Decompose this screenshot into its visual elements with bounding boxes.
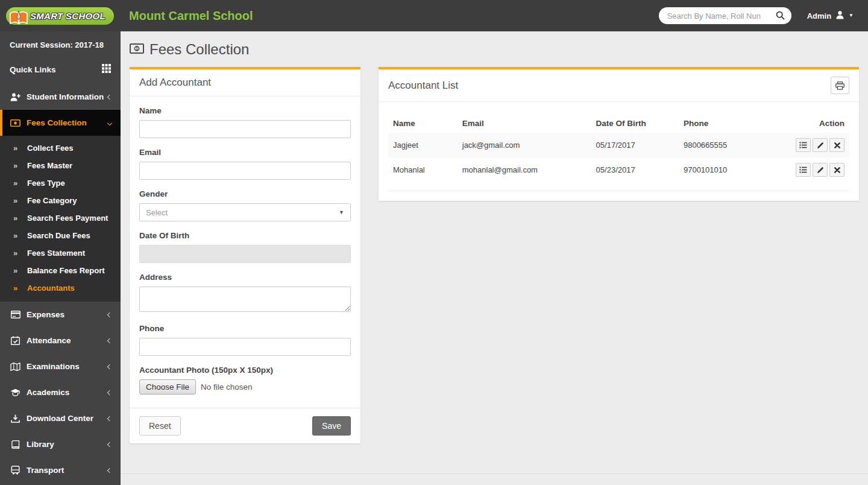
submenu-item-search-fees-payment[interactable]: » Search Fees Payment (0, 209, 121, 227)
credit-card-icon (10, 311, 20, 319)
save-button[interactable]: Save (312, 416, 351, 436)
double-angle-right-icon: » (13, 231, 27, 240)
footer-divider (121, 474, 868, 474)
sidebar-item-fees-collection[interactable]: Fees Collection (0, 110, 121, 136)
app-logo[interactable]: SMART SCHOOL (0, 7, 121, 25)
sidebar-item-attendance[interactable]: Attendance (0, 328, 121, 353)
row-edit-button[interactable] (813, 138, 828, 152)
admin-label: Admin (807, 11, 831, 21)
search-input[interactable] (659, 7, 791, 24)
cell-phone: 9800665555 (679, 133, 780, 157)
submenu-item-fees-type[interactable]: » Fees Type (0, 174, 121, 192)
add-accountant-card: Add Accountant Name Email Gender Select … (130, 67, 360, 443)
row-detail-button[interactable] (796, 163, 811, 177)
admin-menu[interactable]: Admin ▼ (807, 10, 854, 21)
sidebar-item-label: Academics (27, 388, 108, 397)
cell-name: Jagjeet (388, 133, 458, 157)
name-label: Name (139, 106, 351, 115)
accountant-list-card: Accountant List Name Email Date (379, 67, 859, 201)
phone-label: Phone (139, 324, 351, 333)
form-card-title: Add Accountant (139, 77, 211, 89)
sidebar-item-label: Download Center (27, 414, 108, 423)
top-header: SMART SCHOOL Mount Carmel School Admin ▼ (0, 0, 868, 31)
table-row: Mohanlal mohanlal@gmail.com 05/23/2017 9… (388, 157, 849, 182)
sidebar-item-label: Fees Collection (27, 118, 108, 127)
column-header-dob: Date Of Birth (591, 114, 679, 133)
header-search (659, 7, 791, 24)
row-edit-button[interactable] (813, 163, 828, 177)
search-icon[interactable] (776, 11, 785, 22)
cell-email: jack@gmail.com (458, 133, 591, 157)
column-header-email: Email (458, 114, 591, 133)
logo-text: SMART SCHOOL (30, 11, 105, 21)
address-field[interactable] (139, 287, 351, 312)
gender-select[interactable]: Select ▼ (139, 203, 351, 221)
double-angle-right-icon: » (13, 214, 27, 223)
name-field[interactable] (139, 120, 351, 138)
double-angle-right-icon: » (13, 179, 27, 188)
cell-name: Mohanlal (388, 157, 458, 182)
table-header-row: Name Email Date Of Birth Phone Action (388, 114, 849, 133)
double-angle-right-icon: » (13, 266, 27, 275)
submenu-item-balance-fees-report[interactable]: » Balance Fees Report (0, 262, 121, 279)
row-delete-button[interactable] (829, 138, 844, 152)
address-label: Address (139, 273, 351, 282)
table-bottom-divider (388, 191, 849, 191)
quick-links[interactable]: Quick Links (0, 57, 121, 84)
submenu-item-accountants[interactable]: » Accountants (0, 279, 121, 297)
sidebar-item-student-information[interactable]: Student Information (0, 84, 121, 110)
chevron-left-icon (107, 338, 112, 343)
chevron-left-icon (107, 364, 112, 369)
money-icon (10, 119, 20, 127)
choose-file-button[interactable]: Choose File (139, 379, 196, 395)
sidebar-item-examinations[interactable]: Examinations (0, 353, 121, 379)
sidebar-item-label: Student Information (27, 92, 108, 101)
book-icon (10, 440, 20, 449)
submenu-item-fee-category[interactable]: » Fee Category (0, 192, 121, 209)
school-name: Mount Carmel School (129, 9, 659, 23)
grid-icon (102, 64, 111, 75)
sidebar-item-academics[interactable]: Academics (0, 379, 121, 405)
submenu-item-collect-fees[interactable]: » Collect Fees (0, 139, 121, 157)
sidebar-item-label: Library (27, 440, 108, 449)
row-detail-button[interactable] (796, 138, 811, 152)
email-field[interactable] (139, 162, 351, 180)
user-icon (835, 10, 844, 21)
chevron-left-icon (107, 416, 112, 420)
sidebar-item-expenses[interactable]: Expenses (0, 302, 121, 328)
chevron-left-icon (107, 390, 112, 395)
sidebar-item-label: Attendance (27, 336, 108, 345)
row-delete-button[interactable] (829, 163, 844, 177)
cell-dob: 05/17/2017 (591, 133, 679, 157)
user-plus-icon (10, 93, 20, 101)
chevron-down-icon (107, 120, 112, 125)
reset-button[interactable]: Reset (139, 416, 181, 436)
sidebar-item-label: Examinations (27, 362, 108, 371)
photo-label: Accountant Photo (150px X 150px) (139, 366, 351, 375)
sidebar-item-library[interactable]: Library (0, 431, 121, 457)
submenu-item-fees-statement[interactable]: » Fees Statement (0, 244, 121, 262)
accountant-table: Name Email Date Of Birth Phone Action Ja… (388, 114, 849, 182)
svg-text:1: 1 (136, 46, 138, 51)
phone-field[interactable] (139, 338, 351, 356)
print-button[interactable] (831, 77, 849, 94)
map-book-icon (10, 363, 20, 371)
graduation-cap-icon (10, 388, 20, 396)
sidebar-item-label: Transport (27, 466, 108, 475)
dob-label: Date Of Birth (139, 231, 351, 240)
sidebar-item-download-center[interactable]: Download Center (0, 405, 121, 431)
submenu-item-fees-master[interactable]: » Fees Master (0, 157, 121, 174)
chevron-left-icon (107, 312, 112, 317)
dob-field[interactable] (139, 245, 351, 263)
gender-label: Gender (139, 189, 351, 198)
double-angle-right-icon: » (13, 161, 27, 170)
bus-icon (10, 466, 20, 475)
main-content: 1 Fees Collection Add Accountant Name Em… (121, 31, 868, 485)
gender-select-value: Select (146, 208, 168, 217)
cell-dob: 05/23/2017 (591, 157, 679, 182)
calendar-check-icon (10, 336, 20, 345)
submenu-item-search-due-fees[interactable]: » Search Due Fees (0, 227, 121, 244)
sidebar-item-transport[interactable]: Transport (0, 457, 121, 483)
list-card-title: Accountant List (388, 80, 458, 92)
fees-collection-submenu: » Collect Fees » Fees Master » Fees Type… (0, 136, 121, 302)
